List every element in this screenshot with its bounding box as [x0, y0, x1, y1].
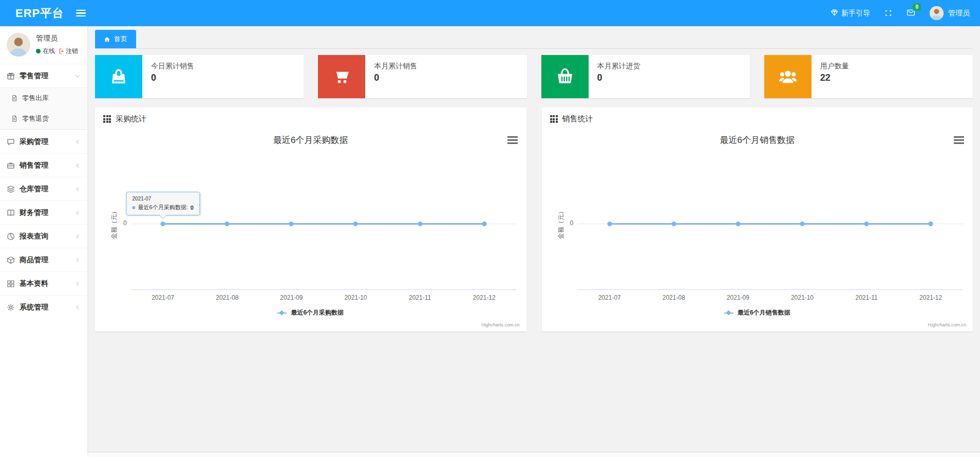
chevron-left-icon: [74, 162, 81, 169]
legend-label: 最近6个月采购数据: [291, 308, 344, 317]
x-axis-label: 2021-11: [855, 294, 877, 301]
chart-context-menu-button[interactable]: [507, 136, 518, 144]
box-icon: [7, 256, 15, 264]
sidebar-user-name: 管理员: [36, 34, 78, 43]
stat-card-body: 今日累计销售0: [142, 55, 203, 98]
avatar: [7, 33, 30, 57]
sales-chart: 最近6个月销售数据金额（元）02021-072021-082021-092021…: [542, 129, 973, 332]
y-axis-title: 金额（元）: [556, 208, 565, 239]
stat-card-icon-box: [95, 55, 142, 98]
sidebar-item-label: 仓库管理: [20, 185, 48, 194]
gift-icon: [7, 72, 15, 80]
main-content: 首页 今日累计销售0本月累计销售0本月累计进货0用户数量22 采购统计最近6个月…: [87, 26, 980, 457]
stat-card-0[interactable]: 今日累计销售0: [95, 55, 304, 98]
sidebar-item-reports[interactable]: 报表查询: [0, 224, 87, 248]
chevron-left-icon: [74, 162, 81, 169]
x-axis-label: 2021-10: [344, 294, 367, 301]
home-icon: [104, 36, 110, 43]
user-menu[interactable]: 管理员: [930, 6, 970, 20]
chevron-left-icon: [74, 210, 81, 216]
sidebar-toggle-button[interactable]: [76, 10, 86, 17]
book-icon: [7, 209, 15, 217]
y-axis-tick-label: 0: [570, 220, 573, 227]
legend[interactable]: 最近6个月采购数据: [95, 308, 526, 317]
chevron-left-icon: [74, 304, 81, 310]
x-axis-label: 2021-07: [598, 294, 621, 301]
purchase-stats-panel: 采购统计最近6个月采购数据金额（元）02021-072021-082021-09…: [95, 107, 526, 332]
x-axis-label: 2021-10: [791, 294, 814, 301]
sidebar-item-sales[interactable]: 销售管理: [0, 153, 87, 177]
sidebar-item-label: 商品管理: [20, 255, 48, 265]
online-status-label: 在线: [43, 47, 55, 56]
logout-link[interactable]: 注销: [66, 47, 78, 56]
sidebar-item-label: 基本资料: [20, 279, 48, 288]
logout-icon: [57, 48, 64, 54]
guide-button[interactable]: 新手引导: [831, 9, 870, 18]
chart-context-menu-button[interactable]: [954, 136, 964, 144]
page-footer: [87, 452, 980, 457]
highcharts-credit[interactable]: Highcharts.com.cn: [481, 322, 520, 327]
sidebar-item-purchase[interactable]: 采购管理: [0, 130, 87, 153]
stat-card-body: 本月累计进货0: [589, 55, 649, 98]
shopping-bag-icon: [108, 66, 129, 87]
chart-title: 最近6个月采购数据: [95, 134, 526, 146]
stat-card-3[interactable]: 用户数量22: [764, 55, 973, 98]
chevron-left-icon: [74, 210, 81, 216]
sidebar-item-basic[interactable]: 基本资料: [0, 271, 87, 295]
x-axis-label: 2021-07: [152, 294, 174, 301]
tooltip-value: 0: [191, 205, 194, 211]
legend-marker-icon: [277, 310, 287, 316]
tab-home-label: 首页: [114, 34, 127, 44]
sidebar-item-label: 零售管理: [20, 71, 48, 81]
stat-card-value: 22: [820, 72, 849, 83]
briefcase-icon: [7, 161, 15, 170]
chevron-left-icon: [74, 257, 81, 263]
chevron-left-icon: [74, 304, 81, 310]
chart-tooltip: 2021-07最近6个月采购数据:0: [126, 192, 200, 215]
data-point: [289, 222, 294, 226]
sidebar-item-goods[interactable]: 商品管理: [0, 248, 87, 271]
stat-card-1[interactable]: 本月累计销售0: [318, 55, 526, 98]
file-icon: [11, 115, 18, 122]
data-point: [353, 222, 358, 226]
fullscreen-button[interactable]: [884, 9, 892, 17]
tooltip-series-label: 最近6个月采购数据:: [138, 204, 188, 211]
gem-icon: [831, 9, 838, 18]
sidebar-item-warehouse[interactable]: 仓库管理: [0, 177, 87, 200]
y-axis-tick-label: 0: [123, 220, 127, 227]
sidebar-submenu: 零售出库零售退货: [0, 87, 87, 130]
sidebar-menu: 零售管理零售出库零售退货采购管理销售管理仓库管理财务管理报表查询商品管理基本资料…: [0, 64, 87, 319]
chevron-down-icon: [74, 73, 81, 79]
stat-card-label: 用户数量: [820, 62, 849, 71]
gear-icon: [7, 303, 15, 312]
sidebar-item-retail-out[interactable]: 零售出库: [0, 88, 87, 108]
sidebar-item-finance[interactable]: 财务管理: [0, 200, 87, 224]
stat-card-icon-box: [318, 55, 365, 98]
chevron-left-icon: [74, 281, 81, 287]
top-navbar: ERP平台 新手引导 0 管理员: [0, 0, 980, 26]
highcharts-credit[interactable]: Highcharts.com.cn: [928, 322, 966, 327]
x-axis-label: 2021-09: [727, 294, 749, 301]
chevron-left-icon: [74, 139, 81, 145]
chevron-left-icon: [74, 233, 81, 240]
sidebar-item-retail[interactable]: 零售管理: [0, 64, 87, 87]
stat-card-body: 本月累计销售0: [365, 55, 426, 98]
sidebar-item-label: 财务管理: [20, 208, 48, 217]
th-grid-icon: [550, 115, 558, 123]
stat-card-label: 今日累计销售: [151, 62, 194, 71]
x-axis-label: 2021-09: [280, 294, 303, 301]
tab-home[interactable]: 首页: [95, 30, 136, 48]
expand-icon: [884, 9, 892, 17]
x-axis-line: [577, 289, 963, 290]
messages-button[interactable]: 0: [907, 8, 915, 19]
stat-card-label: 本月累计进货: [597, 62, 640, 71]
avatar-icon: [7, 33, 30, 57]
sidebar-item-system[interactable]: 系统管理: [0, 295, 87, 319]
legend[interactable]: 最近6个月销售数据: [542, 308, 973, 317]
x-axis-line: [131, 289, 517, 290]
chat-icon: [7, 138, 15, 146]
sidebar-item-retail-return[interactable]: 零售退货: [0, 108, 87, 129]
stat-card-2[interactable]: 本月累计进货0: [541, 55, 750, 98]
avatar-icon: [930, 6, 944, 20]
gem-icon: [831, 9, 838, 16]
